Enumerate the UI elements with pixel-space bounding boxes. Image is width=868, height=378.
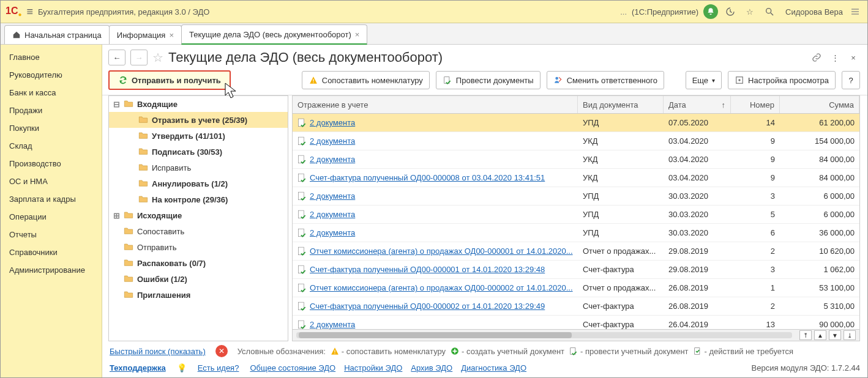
notifications-icon[interactable]	[703, 4, 718, 19]
doc-link[interactable]: Счет-фактура полученный ОД00-000001 от 1…	[310, 265, 545, 274]
col-number[interactable]: Номер	[731, 96, 780, 113]
section-nav-item[interactable]: Покупки	[1, 119, 102, 137]
doc-link[interactable]: Счет-фактура полученный ОД00-000002 от 1…	[310, 302, 545, 311]
section-nav-item[interactable]: Склад	[1, 137, 102, 155]
settings-icon[interactable]	[848, 4, 862, 19]
section-nav-item[interactable]: Справочники	[1, 243, 102, 261]
section-nav-item[interactable]: Главное	[1, 48, 102, 66]
table-row[interactable]: 2 документаУПД30.03.202056 000,00	[293, 206, 859, 224]
help-button[interactable]: ?	[842, 71, 860, 89]
support-link[interactable]: Техподдержка	[110, 363, 166, 372]
tab-info[interactable]: Информация ×	[109, 25, 182, 44]
table-row[interactable]: Счет-фактура полученный ОД00-000008 от 0…	[293, 169, 859, 187]
grid-scrollbar[interactable]: ⤒ ▲ ▼ ⤓	[293, 329, 859, 341]
col-kind[interactable]: Вид документа	[578, 96, 664, 113]
tree-item[interactable]: Распаковать (0/7)	[109, 255, 288, 271]
grid-nav-up[interactable]: ▲	[814, 330, 826, 340]
nav-forward-button[interactable]: →	[130, 50, 148, 65]
table-row[interactable]: Счет-фактура полученный ОД00-000001 от 1…	[293, 261, 859, 279]
link-icon[interactable]	[810, 51, 823, 64]
table-row[interactable]: 2 документаСчет-фактура26.04.20191390 00…	[293, 316, 859, 329]
section-nav-item[interactable]: Отчеты	[1, 226, 102, 243]
footer-link[interactable]: Диагностика ЭДО	[461, 363, 526, 372]
table-row[interactable]: 2 документаУПД30.03.2020636 000,00	[293, 224, 859, 242]
close-page-icon[interactable]: ×	[847, 51, 860, 64]
h-scroll-thumb[interactable]	[299, 332, 572, 338]
tree-item[interactable]: Аннулировать (1/2)	[109, 176, 288, 191]
tab-edo[interactable]: Текущие дела ЭДО (весь документооборот) …	[181, 24, 367, 45]
tree-toggle-icon[interactable]: ⊞	[113, 211, 120, 220]
section-nav-item[interactable]: Администрирование	[1, 261, 102, 279]
tree-item[interactable]: Подписать (30/53)	[109, 144, 288, 160]
table-row[interactable]: 2 документаУКД03.04.20209154 000,00	[293, 132, 859, 150]
tree-item[interactable]: Утвердить (41/101)	[109, 128, 288, 144]
tree-item[interactable]: Отправить	[109, 239, 288, 255]
col-sum[interactable]: Сумма	[780, 96, 859, 113]
grid-nav-first[interactable]: ⤒	[799, 330, 812, 340]
star-icon[interactable]: ☆	[743, 4, 757, 19]
section-nav-item[interactable]: Продажи	[1, 102, 102, 119]
favorite-star-icon[interactable]: ☆	[152, 50, 163, 65]
history-icon[interactable]	[723, 4, 738, 19]
send-receive-button[interactable]: Отправить и получить	[108, 70, 231, 90]
doc-link[interactable]: 2 документа	[310, 136, 355, 146]
table-row[interactable]: 2 документаУПД30.03.202036 000,00	[293, 187, 859, 206]
search-icon[interactable]	[762, 4, 777, 19]
view-settings-button[interactable]: Настройка просмотра	[728, 71, 836, 89]
section-nav-item[interactable]: Банк и касса	[1, 84, 102, 102]
doc-link[interactable]: 2 документа	[310, 210, 355, 219]
footer-link[interactable]: Архив ЭДО	[411, 363, 452, 372]
footer-link[interactable]: Настройки ЭДО	[344, 363, 402, 372]
tree-item[interactable]: Ошибки (1/2)	[109, 271, 288, 287]
table-row[interactable]: Отчет комиссионера (агента) о продажах О…	[293, 279, 859, 297]
current-user[interactable]: Сидорова Вера	[785, 7, 843, 17]
tree-item[interactable]: ⊟Входящие	[109, 96, 288, 112]
grid-body[interactable]: 2 документаУПД07.05.20201461 200,002 док…	[293, 114, 859, 329]
table-row[interactable]: 2 документаУПД07.05.20201461 200,00	[293, 114, 859, 132]
doc-link[interactable]: Счет-фактура полученный ОД00-000008 от 0…	[310, 173, 545, 182]
tree-item[interactable]: ⊞Исходящие	[109, 207, 288, 223]
section-nav-item[interactable]: ОС и НМА	[1, 172, 102, 190]
table-row[interactable]: Счет-фактура полученный ОД00-000002 от 1…	[293, 297, 859, 316]
col-date[interactable]: Дата↑	[664, 96, 731, 113]
idea-link[interactable]: Есть идея?	[198, 363, 239, 372]
change-responsible-button[interactable]: Сменить ответственного	[547, 71, 664, 89]
clear-search-icon[interactable]: ✕	[215, 345, 228, 357]
table-row[interactable]: Отчет комиссионера (агента) о продажах О…	[293, 242, 859, 261]
table-row[interactable]: 2 документаУКД03.04.2020984 000,00	[293, 150, 859, 169]
tree-item[interactable]: Исправить	[109, 160, 288, 176]
section-nav-item[interactable]: Операции	[1, 208, 102, 226]
close-icon[interactable]: ×	[355, 30, 360, 39]
doc-link[interactable]: Отчет комиссионера (агента) о продажах О…	[310, 283, 573, 292]
doc-link[interactable]: 2 документа	[310, 228, 355, 237]
folder-tree[interactable]: ⊟ВходящиеОтразить в учете (25/39)Утверди…	[108, 95, 288, 341]
post-documents-button[interactable]: Провести документы	[436, 71, 541, 89]
more-icon[interactable]: ⋮	[828, 51, 842, 64]
doc-link[interactable]: 2 документа	[310, 155, 355, 164]
footer-link[interactable]: Общее состояние ЭДО	[250, 363, 335, 372]
more-button[interactable]: Еще ▾	[686, 71, 722, 89]
tree-item[interactable]: Сопоставить	[109, 223, 288, 239]
tree-item[interactable]: На контроле (29/36)	[109, 191, 288, 207]
close-icon[interactable]: ×	[169, 31, 174, 40]
grid-nav-down[interactable]: ▼	[829, 330, 841, 340]
nav-back-button[interactable]: ←	[108, 50, 125, 65]
section-nav-item[interactable]: Зарплата и кадры	[1, 190, 102, 208]
tree-item[interactable]: Отразить в учете (25/39)	[109, 112, 288, 128]
tab-home[interactable]: Начальная страница	[4, 25, 110, 44]
match-nomenclature-button[interactable]: Сопоставить номенклатуру	[302, 71, 430, 89]
doc-link[interactable]: Отчет комиссионера (агента) о продажах О…	[310, 246, 573, 256]
quick-search-link[interactable]: Быстрый поиск (показать)	[110, 347, 206, 356]
col-reflection[interactable]: Отражение в учете	[293, 96, 578, 113]
section-nav-item[interactable]: Производство	[1, 155, 102, 172]
h-scrollbar[interactable]	[296, 332, 792, 338]
doc-link[interactable]: 2 документа	[310, 118, 355, 127]
cell-sum: 10 620,00	[780, 246, 859, 256]
grid-nav-last[interactable]: ⤓	[844, 330, 856, 340]
doc-link[interactable]: 2 документа	[310, 191, 355, 201]
menu-icon[interactable]: ≡	[27, 6, 34, 18]
section-nav-item[interactable]: Руководителю	[1, 66, 102, 84]
doc-link[interactable]: 2 документа	[310, 320, 355, 329]
tree-toggle-icon[interactable]: ⊟	[113, 100, 120, 109]
tree-item[interactable]: Приглашения	[109, 287, 288, 303]
